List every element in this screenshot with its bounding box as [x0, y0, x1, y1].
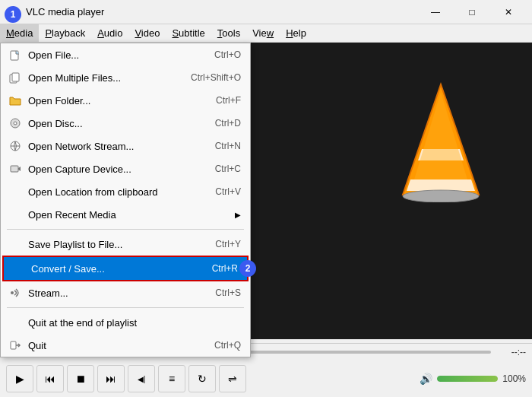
stream-icon [7, 284, 24, 301]
open-file-label: Open File... [28, 49, 199, 61]
menu-open-disc[interactable]: Open Disc... Ctrl+D [1, 112, 250, 135]
svg-marker-18 [414, 92, 467, 179]
badge-1: 1 [5, 6, 21, 23]
menu-open-file[interactable]: Open File... Ctrl+O [1, 43, 250, 66]
svg-marker-16 [407, 179, 475, 191]
volume-area: 🔊 100% [420, 373, 526, 385]
menu-label-audio: Audio [97, 27, 122, 39]
svg-point-11 [11, 291, 14, 294]
next-button[interactable]: ⏭ [97, 365, 125, 392]
menu-open-location[interactable]: Open Location from clipboard Ctrl+V [1, 180, 250, 203]
menu-label-view: View [252, 27, 274, 39]
open-disc-icon [7, 115, 24, 132]
submenu-arrow: ▶ [235, 211, 241, 219]
menu-item-view[interactable]: View [246, 24, 280, 42]
quit-end-icon [7, 314, 24, 331]
menu-open-capture[interactable]: Open Capture Device... Ctrl+C [1, 157, 250, 180]
open-location-shortcut: Ctrl+V [215, 186, 241, 197]
play-button[interactable]: ▶ [6, 365, 33, 392]
volume-label: 100% [502, 373, 526, 384]
menu-item-media[interactable]: Media [0, 24, 39, 42]
maximize-button[interactable]: □ [454, 0, 489, 24]
loop-button[interactable]: ↻ [188, 365, 216, 392]
menu-item-subtitle[interactable]: Subtitle [166, 24, 211, 42]
menu-label-subtitle: Subtitle [172, 27, 204, 39]
open-recent-icon [7, 206, 24, 223]
open-location-label: Open Location from clipboard [28, 186, 200, 198]
frame-back-button[interactable]: ◀| [128, 365, 155, 392]
eq-button[interactable]: ≡ [158, 365, 185, 392]
open-network-label: Open Network Stream... [28, 141, 200, 152]
menu-stream[interactable]: Stream... Ctrl+S [1, 281, 250, 304]
menu-label-media: Media [6, 27, 33, 39]
svg-rect-9 [11, 166, 18, 172]
open-disc-shortcut: Ctrl+D [215, 118, 241, 129]
menu-open-network[interactable]: Open Network Stream... Ctrl+N [1, 135, 250, 157]
menu-bar: Media Playback Audio Video Subtitle Tool… [0, 24, 532, 43]
save-playlist-shortcut: Ctrl+Y [215, 239, 241, 249]
menu-quit[interactable]: Quit Ctrl+Q [1, 334, 250, 357]
prev-button[interactable]: ⏮ [36, 365, 64, 392]
minimize-button[interactable]: — [418, 0, 453, 24]
stop-button[interactable]: ⏹ [67, 365, 94, 392]
open-multiple-shortcut: Ctrl+Shift+O [191, 72, 241, 83]
stream-label: Stream... [28, 287, 200, 299]
window-controls: — □ ✕ [418, 0, 526, 24]
convert-save-shortcut: Ctrl+R [212, 263, 238, 274]
open-recent-label: Open Recent Media [28, 209, 229, 221]
quit-icon [7, 337, 24, 354]
menu-open-folder[interactable]: Open Folder... Ctrl+F [1, 89, 250, 112]
open-folder-icon [7, 92, 24, 109]
stream-shortcut: Ctrl+S [215, 287, 241, 298]
menu-item-playback[interactable]: Playback [39, 24, 91, 42]
menu-item-audio[interactable]: Audio [91, 24, 128, 42]
open-folder-label: Open Folder... [28, 95, 201, 106]
volume-fill [437, 376, 498, 382]
svg-point-17 [403, 190, 479, 202]
menu-item-video[interactable]: Video [128, 24, 166, 42]
menu-label-tools: Tools [217, 27, 240, 39]
svg-point-6 [14, 122, 17, 125]
svg-rect-12 [11, 341, 16, 349]
menu-save-playlist[interactable]: Save Playlist to File... Ctrl+Y [1, 233, 250, 256]
menu-item-tools[interactable]: Tools [211, 24, 246, 42]
time-total: --:-- [496, 347, 526, 357]
save-playlist-icon [7, 236, 24, 252]
menu-item-help[interactable]: Help [280, 24, 312, 42]
open-file-shortcut: Ctrl+O [214, 49, 241, 60]
open-network-shortcut: Ctrl+N [215, 141, 241, 151]
menu-open-recent[interactable]: Open Recent Media ▶ [1, 203, 250, 226]
open-multiple-label: Open Multiple Files... [28, 72, 176, 84]
volume-icon[interactable]: 🔊 [420, 373, 432, 385]
menu-open-multiple[interactable]: Open Multiple Files... Ctrl+Shift+O [1, 66, 250, 89]
separator-1 [7, 229, 244, 230]
close-button[interactable]: ✕ [491, 0, 526, 24]
open-capture-shortcut: Ctrl+C [215, 164, 241, 174]
open-folder-shortcut: Ctrl+F [216, 95, 241, 106]
controls-row: ▶ ⏮ ⏹ ⏭ ◀| ≡ ↻ ⇌ 🔊 100% [0, 360, 532, 397]
quit-shortcut: Ctrl+Q [214, 340, 241, 351]
svg-rect-4 [12, 73, 19, 81]
quit-end-label: Quit at the end of playlist [28, 317, 241, 329]
open-location-icon [7, 183, 24, 200]
dropdown-menu: Open File... Ctrl+O Open Multiple Files.… [0, 43, 251, 357]
title-bar: VLC media player — □ ✕ [0, 0, 532, 24]
convert-save-icon [10, 260, 27, 277]
separator-2 [7, 307, 244, 308]
open-capture-icon [7, 160, 24, 177]
volume-bar[interactable] [437, 376, 498, 382]
app-title: VLC media player [26, 6, 418, 17]
menu-label-video: Video [135, 27, 160, 39]
quit-label: Quit [28, 340, 199, 351]
open-disc-label: Open Disc... [28, 118, 200, 129]
menu-convert-save[interactable]: Convert / Save... Ctrl+R 2 [2, 256, 249, 281]
open-file-icon [7, 46, 24, 63]
open-network-icon [7, 138, 24, 154]
save-playlist-label: Save Playlist to File... [28, 239, 200, 250]
menu-quit-end[interactable]: Quit at the end of playlist [1, 311, 250, 334]
open-capture-label: Open Capture Device... [28, 164, 200, 175]
open-multiple-icon [7, 69, 24, 86]
vlc-cone [395, 81, 486, 202]
shuffle-button[interactable]: ⇌ [219, 365, 246, 392]
menu-label-help: Help [286, 27, 306, 39]
